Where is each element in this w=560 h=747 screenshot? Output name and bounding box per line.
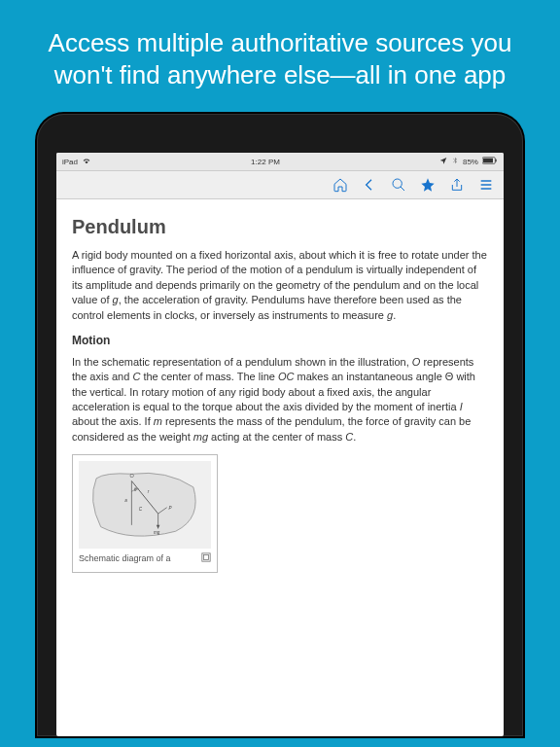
status-time: 1:22 PM — [251, 158, 280, 166]
figure-image[interactable]: O θ a r C P mg — [79, 461, 211, 549]
svg-rect-20 — [202, 553, 210, 561]
figure: O θ a r C P mg Schematic diagram of a — [72, 454, 218, 573]
motion-heading: Motion — [72, 333, 488, 349]
bluetooth-icon — [451, 157, 459, 166]
promo-text: Access multiple authoritative sources yo… — [0, 0, 560, 114]
share-icon[interactable] — [449, 177, 465, 193]
svg-text:P: P — [168, 506, 171, 511]
battery-icon — [482, 157, 498, 166]
figure-caption: Schematic diagram of a — [79, 552, 171, 565]
menu-icon[interactable] — [478, 177, 494, 193]
svg-rect-1 — [483, 159, 493, 163]
back-icon[interactable] — [362, 177, 377, 193]
wifi-icon — [82, 156, 91, 167]
svg-rect-2 — [495, 160, 496, 162]
star-icon[interactable] — [420, 177, 436, 193]
motion-paragraph: In the schematic representation of a pen… — [72, 355, 488, 445]
home-icon[interactable] — [332, 177, 348, 193]
article-content: Pendulum A rigid body mounted on a fixed… — [56, 199, 504, 587]
expand-icon[interactable] — [201, 552, 211, 566]
svg-rect-21 — [204, 555, 209, 560]
battery-label: 85% — [463, 158, 478, 166]
svg-line-4 — [401, 187, 404, 191]
location-icon — [439, 157, 447, 166]
svg-text:O: O — [130, 473, 134, 479]
tablet-frame: iPad 1:22 PM 85% — [37, 114, 523, 736]
svg-text:mg: mg — [154, 530, 160, 535]
screen: iPad 1:22 PM 85% — [56, 153, 504, 736]
article-title: Pendulum — [72, 213, 488, 240]
device-label: iPad — [62, 158, 78, 166]
toolbar — [56, 171, 504, 199]
status-bar: iPad 1:22 PM 85% — [56, 153, 504, 171]
intro-paragraph: A rigid body mounted on a fixed horizont… — [72, 248, 488, 323]
search-icon[interactable] — [391, 177, 406, 193]
svg-point-3 — [393, 179, 402, 188]
